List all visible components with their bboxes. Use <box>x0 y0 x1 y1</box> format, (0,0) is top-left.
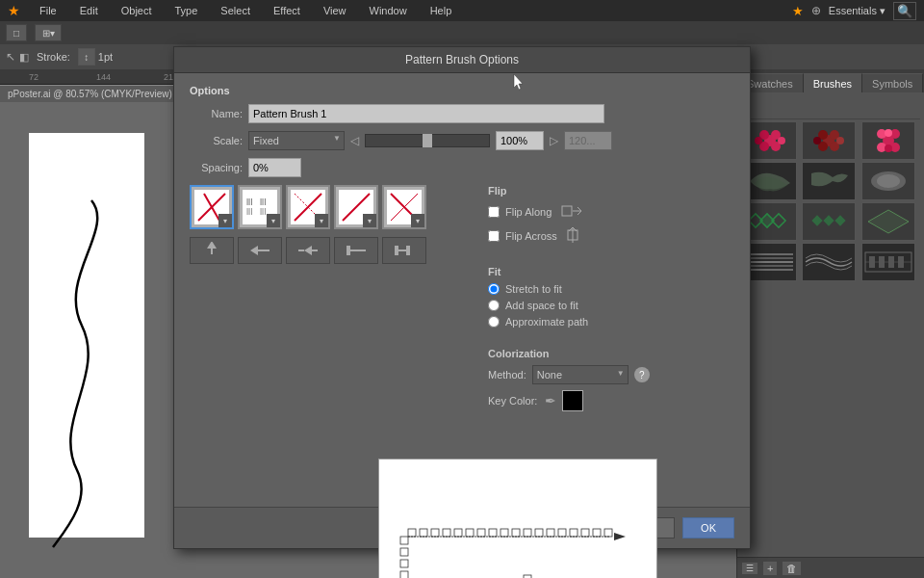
essentials-label[interactable]: Essentials ▾ <box>829 5 886 17</box>
svg-rect-67 <box>558 529 566 537</box>
svg-rect-27 <box>760 214 774 227</box>
fit-title: Fit <box>488 266 654 277</box>
tile-start-box[interactable]: ▾ <box>334 185 378 229</box>
tile-outer-corner-box[interactable]: ||| ||| ||| ||| ▾ <box>238 185 282 229</box>
svg-rect-76 <box>400 571 408 578</box>
menu-file[interactable]: File <box>36 3 61 18</box>
tile-arrow-3[interactable] <box>286 237 330 264</box>
menu-select[interactable]: Select <box>217 3 254 18</box>
name-input[interactable] <box>248 104 604 123</box>
select-arrow-icon[interactable]: ↖ <box>6 50 15 64</box>
menu-object[interactable]: Object <box>117 3 156 18</box>
tile-selector-row: ▾ ||| ||| ||| ||| <box>190 185 469 229</box>
brush-thumb-leaf3[interactable] <box>861 162 915 200</box>
fill-stroke-icon[interactable]: ◧ <box>19 51 29 64</box>
svg-rect-41 <box>898 256 904 268</box>
tile-side-box[interactable]: ▾ <box>190 185 234 229</box>
tile-end: ▾ <box>382 185 426 229</box>
tile-end-dropdown[interactable]: ▾ <box>411 214 424 227</box>
menu-window[interactable]: Window <box>366 3 411 18</box>
fit-approx-radio[interactable] <box>488 316 500 328</box>
key-color-swatch[interactable] <box>562 390 583 411</box>
svg-rect-38 <box>869 256 875 268</box>
brush-thumb-stripe3[interactable] <box>861 243 915 281</box>
brush-thumb-stripe2[interactable] <box>802 243 856 281</box>
svg-rect-60 <box>477 529 485 537</box>
dialog-title: Pattern Brush Options <box>405 53 519 66</box>
ok-button[interactable]: OK <box>682 517 734 539</box>
svg-rect-59 <box>466 529 474 537</box>
eyedropper-icon[interactable]: ✒ <box>545 393 556 408</box>
svg-rect-63 <box>512 529 520 537</box>
menu-edit[interactable]: Edit <box>76 3 102 18</box>
key-color-row: Key Color: ✒ <box>488 390 654 411</box>
menu-type[interactable]: Type <box>171 3 202 18</box>
svg-rect-62 <box>500 529 508 537</box>
show-brush-options[interactable]: ☰ <box>741 562 758 575</box>
right-panel: Swatches Brushes Symbols <box>736 69 924 578</box>
doc-settings-btn[interactable]: ⊞▾ <box>35 24 62 41</box>
delete-brush-btn[interactable]: 🗑 <box>782 561 802 576</box>
method-select[interactable]: None Tints Tints and Shades Hue Shift <box>532 365 629 384</box>
flip-across-checkbox[interactable] <box>488 230 500 242</box>
tile-outer-corner: ||| ||| ||| ||| ▾ <box>238 185 282 229</box>
tile-inner-corner-box[interactable]: ▾ <box>286 185 330 229</box>
middle-section: ▾ ||| ||| ||| ||| <box>190 185 734 495</box>
brush-thumb-diamond2[interactable] <box>802 202 856 241</box>
doc-tab-active[interactable]: pPoster.ai @ 80.57% (CMYK/Preview) <box>0 85 181 102</box>
brush-thumb-leaf1[interactable] <box>743 162 797 200</box>
tile-side-dropdown[interactable]: ▾ <box>218 214 232 227</box>
tab-brushes[interactable]: Brushes <box>804 73 862 92</box>
tile-arrow-2[interactable] <box>238 237 282 264</box>
key-color-label: Key Color: <box>488 395 537 407</box>
tile-inner-corner-dropdown[interactable]: ▾ <box>315 214 328 227</box>
scale-pct-input[interactable] <box>496 131 544 150</box>
svg-rect-69 <box>581 529 589 537</box>
flip-along-checkbox[interactable] <box>488 206 500 218</box>
tile-start-dropdown[interactable]: ▾ <box>363 214 376 227</box>
tool-icons: ↖ ◧ <box>6 50 29 64</box>
dialog-title-bar[interactable]: Pattern Brush Options <box>174 47 750 73</box>
scale-slider[interactable] <box>365 134 490 147</box>
tile-arrow-4[interactable] <box>334 237 378 264</box>
flip-along-label: Flip Along <box>505 206 552 218</box>
scale-type-select[interactable]: Fixed Random Pressure <box>248 131 345 150</box>
tile-arrow-5[interactable] <box>382 237 426 264</box>
brush-grid <box>741 119 920 283</box>
menu-bar: ★ File Edit Object Type Select Effect Vi… <box>0 0 924 21</box>
fit-stretch-radio[interactable] <box>488 283 500 295</box>
new-doc-btn[interactable]: □ <box>6 24 27 41</box>
brush-thumb-flower3[interactable] <box>861 121 915 160</box>
menu-effect[interactable]: Effect <box>270 3 304 18</box>
brush-thumb-diamond1[interactable] <box>743 202 797 241</box>
tile-outer-corner-dropdown[interactable]: ▾ <box>267 214 280 227</box>
hint-icon[interactable]: ? <box>634 367 650 382</box>
svg-point-13 <box>813 137 821 144</box>
menu-view[interactable]: View <box>320 3 350 18</box>
brush-thumb-flower1[interactable] <box>743 121 797 160</box>
tile-side: ▾ <box>190 185 234 229</box>
tile-arrow-1[interactable] <box>190 237 234 264</box>
spacing-input[interactable] <box>248 158 301 177</box>
camera-icon: ⊕ <box>811 4 821 17</box>
brush-thumb-stripe1[interactable] <box>743 243 797 281</box>
right-options: Flip Flip Along Flip Across <box>480 185 654 495</box>
colorization-title: Colorization <box>488 348 654 359</box>
menu-help[interactable]: Help <box>426 3 456 18</box>
stroke-weight-icon[interactable]: ↕ <box>78 48 95 66</box>
ruler-tick-0: 72 <box>29 72 38 82</box>
fit-addspace-radio[interactable] <box>488 300 500 311</box>
tiles-and-preview: ▾ ||| ||| ||| ||| <box>190 185 469 495</box>
brush-thumb-diamond3[interactable] <box>861 202 915 241</box>
brush-thumb-flower2[interactable] <box>802 121 856 160</box>
dialog-body: Options Name: Scale: Fixed Random Pressu… <box>174 73 750 507</box>
brush-thumb-leaf2[interactable] <box>802 162 856 200</box>
new-brush-btn[interactable]: + <box>762 561 778 576</box>
panel-tabs: Swatches Brushes Symbols <box>737 69 924 92</box>
tile-end-box[interactable]: ▾ <box>382 185 426 229</box>
svg-text:|||: ||| <box>260 197 266 205</box>
search-icon[interactable]: 🔍 <box>893 2 916 20</box>
svg-text:|||: ||| <box>246 206 252 215</box>
fit-addspace-label: Add space to fit <box>505 300 578 311</box>
tab-symbols[interactable]: Symbols <box>862 73 923 92</box>
